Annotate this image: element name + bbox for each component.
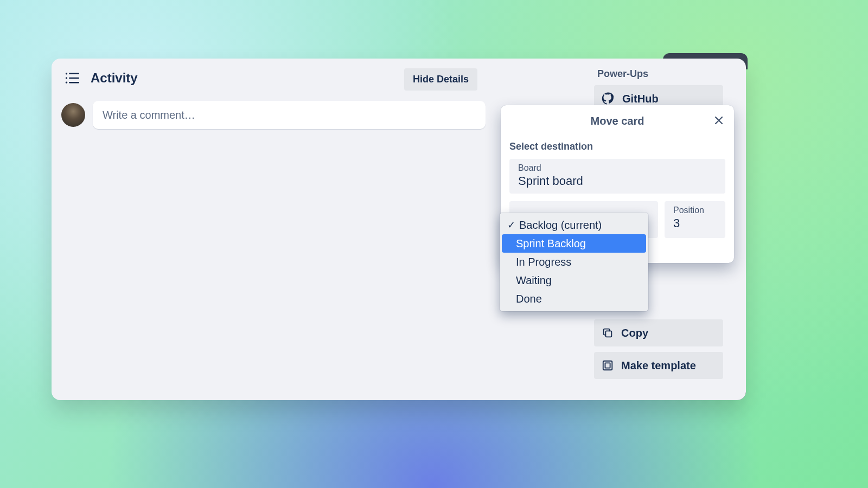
activity-header: Activity xyxy=(65,70,138,86)
popover-title: Move card xyxy=(591,115,644,127)
svg-rect-6 xyxy=(605,331,611,337)
list-dropdown[interactable]: ✓Backlog (current)Sprint BacklogIn Progr… xyxy=(500,213,648,311)
popover-close-button[interactable] xyxy=(711,113,726,128)
list-option-label: Sprint Backlog xyxy=(516,237,586,250)
svg-rect-7 xyxy=(603,361,612,370)
make-template-label: Make template xyxy=(621,359,696,372)
select-destination-label: Select destination xyxy=(509,141,725,152)
activity-list-icon xyxy=(65,72,80,85)
position-field-value: 3 xyxy=(673,216,717,230)
position-field-label: Position xyxy=(673,206,717,215)
board-field[interactable]: Board Sprint board xyxy=(509,159,725,194)
svg-rect-8 xyxy=(605,363,610,368)
list-option-label: Waiting xyxy=(516,274,552,287)
list-option[interactable]: Sprint Backlog xyxy=(502,234,646,253)
comment-input[interactable] xyxy=(93,101,486,129)
template-icon xyxy=(602,359,614,371)
github-label: GitHub xyxy=(622,93,659,105)
board-field-label: Board xyxy=(518,163,717,173)
svg-point-4 xyxy=(66,82,67,84)
list-option[interactable]: In Progress xyxy=(502,253,646,271)
check-icon: ✓ xyxy=(506,219,516,231)
position-field[interactable]: Position 3 xyxy=(665,201,725,238)
close-icon xyxy=(713,115,724,126)
copy-icon xyxy=(602,327,614,339)
comment-row xyxy=(61,101,486,129)
list-option-label: Done xyxy=(516,293,542,305)
list-option-label: Backlog (current) xyxy=(519,219,602,232)
powerups-label: Power-Ups xyxy=(597,68,734,80)
list-option[interactable]: Waiting xyxy=(502,271,646,290)
svg-point-2 xyxy=(66,77,67,79)
make-template-button[interactable]: Make template xyxy=(594,352,723,379)
list-option[interactable]: ✓Backlog (current) xyxy=(502,216,646,234)
move-card-popover: Move card Select destination Board Sprin… xyxy=(501,105,734,263)
svg-point-0 xyxy=(66,73,67,74)
list-option[interactable]: Done xyxy=(502,290,646,308)
board-field-value: Sprint board xyxy=(518,174,717,188)
copy-button[interactable]: Copy xyxy=(594,319,723,346)
avatar[interactable] xyxy=(61,103,85,127)
popover-header: Move card xyxy=(501,105,734,137)
stage: Activity Hide Details Power-Ups GitHub xyxy=(0,0,868,488)
hide-details-button[interactable]: Hide Details xyxy=(404,68,477,91)
list-option-label: In Progress xyxy=(516,256,571,268)
github-icon xyxy=(602,92,615,105)
copy-label: Copy xyxy=(621,327,648,339)
activity-title: Activity xyxy=(91,70,138,86)
